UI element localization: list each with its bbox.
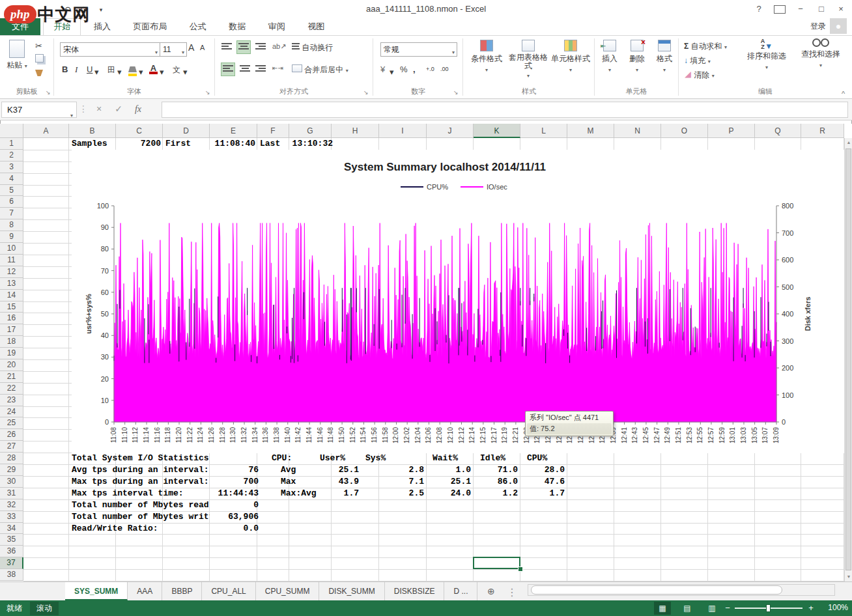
tabstrip-splitter-icon[interactable]: ⋮ bbox=[507, 586, 517, 598]
zoom-level[interactable]: 100% bbox=[819, 603, 848, 612]
row-header-6[interactable]: 6 bbox=[0, 196, 23, 208]
io-sec-series[interactable] bbox=[114, 223, 776, 422]
tab-formulas[interactable]: 公式 bbox=[180, 18, 216, 35]
tab-data[interactable]: 数据 bbox=[219, 18, 255, 35]
italic-button[interactable]: I bbox=[75, 64, 78, 75]
fill-handle[interactable] bbox=[518, 567, 523, 572]
row-header-17[interactable]: 17 bbox=[0, 324, 23, 336]
font-size-combo[interactable]: 11▾ bbox=[160, 42, 187, 57]
column-header-G[interactable]: G bbox=[289, 124, 332, 138]
row-header-37[interactable]: 37 bbox=[0, 557, 23, 569]
row-header-34[interactable]: 34 bbox=[0, 523, 23, 535]
worksheet-grid[interactable]: System Summary localhost 2014/11/11 CPU%… bbox=[0, 124, 852, 581]
format-cells-button[interactable]: 格式▾ bbox=[652, 40, 677, 74]
fill-color-icon[interactable] bbox=[128, 64, 137, 76]
decrease-decimal-icon[interactable]: .00 bbox=[440, 66, 449, 72]
zoom-slider-thumb[interactable] bbox=[766, 604, 771, 612]
column-header-D[interactable]: D bbox=[163, 124, 210, 138]
column-header-Q[interactable]: Q bbox=[755, 124, 801, 138]
align-left-icon[interactable] bbox=[221, 63, 234, 76]
add-sheet-icon[interactable]: ⊕ bbox=[487, 586, 495, 596]
row-header-22[interactable]: 22 bbox=[0, 383, 23, 395]
accounting-format-icon[interactable]: ¥ bbox=[380, 64, 385, 74]
clipboard-dialog-launcher-icon[interactable]: ↘ bbox=[46, 89, 52, 96]
percent-style-icon[interactable]: % bbox=[400, 64, 408, 74]
row-header-12[interactable]: 12 bbox=[0, 266, 23, 278]
column-header-M[interactable]: M bbox=[567, 124, 614, 138]
enter-icon[interactable]: ✓ bbox=[111, 102, 126, 117]
row-header-3[interactable]: 3 bbox=[0, 161, 23, 173]
sheet-tab-diskbsize[interactable]: DISKBSIZE bbox=[385, 582, 445, 600]
autosum-button[interactable]: Σ 自动求和 ▾ bbox=[684, 41, 727, 52]
close-button[interactable]: × bbox=[831, 3, 851, 16]
comma-style-icon[interactable]: , bbox=[413, 64, 416, 74]
cell-K28[interactable]: Idle% bbox=[480, 453, 505, 464]
delete-cells-button[interactable]: × 删除▾ bbox=[625, 40, 649, 74]
row-header-2[interactable]: 2 bbox=[0, 150, 23, 161]
zoom-out-icon[interactable]: − bbox=[723, 603, 732, 613]
cell-L31[interactable]: 1.7 bbox=[434, 488, 565, 499]
row-header-7[interactable]: 7 bbox=[0, 208, 23, 219]
formula-input[interactable] bbox=[162, 102, 848, 118]
cell-L28[interactable]: CPU% bbox=[527, 453, 547, 464]
row-header-15[interactable]: 15 bbox=[0, 301, 23, 313]
orientation-icon[interactable]: ab↗ bbox=[272, 42, 286, 51]
cell-H28[interactable]: User% bbox=[320, 453, 345, 464]
row-header-35[interactable]: 35 bbox=[0, 534, 23, 546]
fill-button[interactable]: ↓ 填充 ▾ bbox=[684, 55, 711, 66]
row-header-33[interactable]: 33 bbox=[0, 511, 23, 523]
row-header-31[interactable]: 31 bbox=[0, 488, 23, 499]
collapse-ribbon-icon[interactable]: ^ bbox=[842, 91, 848, 97]
sheet-tab-cpu-all[interactable]: CPU_ALL bbox=[202, 582, 255, 600]
cell-styles-button[interactable]: 单元格样式▾ bbox=[551, 40, 590, 74]
copy-icon[interactable] bbox=[35, 54, 44, 64]
cell-J28[interactable]: Wait% bbox=[433, 453, 458, 464]
row-header-4[interactable]: 4 bbox=[0, 173, 23, 185]
left-axis-title[interactable]: usr%+sys% bbox=[85, 294, 92, 334]
row-header-10[interactable]: 10 bbox=[0, 243, 23, 255]
name-box-dropdown-icon[interactable]: ▾ bbox=[70, 108, 73, 123]
cell-E34[interactable]: 0.0 bbox=[128, 523, 259, 535]
horizontal-scrollbar[interactable] bbox=[528, 584, 835, 596]
page-break-view-icon[interactable]: ▥ bbox=[703, 602, 720, 615]
right-axis-title[interactable]: Disk xfers bbox=[804, 297, 812, 331]
sheet-tab-sys-summ[interactable]: SYS_SUMM bbox=[65, 582, 128, 600]
cell-F28[interactable]: CPU: bbox=[272, 453, 292, 464]
column-header-F[interactable]: F bbox=[257, 124, 289, 138]
column-header-R[interactable]: R bbox=[801, 124, 844, 138]
font-color-dropdown-icon[interactable]: ▾ bbox=[160, 67, 164, 77]
scroll-down-icon[interactable]: ▼ bbox=[845, 572, 852, 581]
column-header-A[interactable]: A bbox=[23, 124, 69, 138]
row-header-28[interactable]: 28 bbox=[0, 453, 23, 464]
column-header-H[interactable]: H bbox=[332, 124, 379, 138]
sheet-tab-overflow[interactable]: D ... bbox=[444, 582, 477, 600]
cell-L30[interactable]: 47.6 bbox=[434, 476, 565, 488]
column-header-E[interactable]: E bbox=[210, 124, 257, 138]
cell-G1[interactable]: 13:10:32 bbox=[203, 138, 333, 150]
scroll-up-icon[interactable]: ▲ bbox=[845, 138, 852, 147]
row-header-18[interactable]: 18 bbox=[0, 336, 23, 348]
column-header-K[interactable]: K bbox=[474, 124, 520, 138]
insert-cells-button[interactable]: ⇤ 插入▾ bbox=[597, 40, 622, 74]
row-header-29[interactable]: 29 bbox=[0, 464, 23, 476]
row-header-38[interactable]: 38 bbox=[0, 569, 23, 581]
sheet-tab-cpu-summ[interactable]: CPU_SUMM bbox=[256, 582, 320, 600]
row-header-23[interactable]: 23 bbox=[0, 395, 23, 406]
vertical-scroll-thumb[interactable] bbox=[845, 148, 851, 570]
number-dialog-launcher-icon[interactable]: ↘ bbox=[453, 89, 460, 96]
column-header-P[interactable]: P bbox=[708, 124, 755, 138]
help-icon[interactable]: ? bbox=[749, 3, 769, 16]
phonetic-guide-icon[interactable]: 文 bbox=[173, 64, 180, 76]
system-summary-chart[interactable]: System Summary localhost 2014/11/11 CPU%… bbox=[72, 150, 844, 453]
cell-B28[interactable]: Total System I/O Statistics bbox=[72, 453, 209, 464]
page-layout-view-icon[interactable]: ▤ bbox=[679, 602, 696, 615]
normal-view-icon[interactable]: ▦ bbox=[654, 602, 671, 615]
row-header-24[interactable]: 24 bbox=[0, 406, 23, 418]
tab-page-layout[interactable]: 页面布局 bbox=[123, 18, 177, 35]
row-header-8[interactable]: 8 bbox=[0, 219, 23, 231]
cell-I28[interactable]: Sys% bbox=[365, 453, 386, 464]
row-header-13[interactable]: 13 bbox=[0, 278, 23, 290]
sheet-tab-bbbp[interactable]: BBBP bbox=[162, 582, 202, 600]
number-format-combo[interactable]: 常规▾ bbox=[380, 42, 457, 57]
font-name-combo[interactable]: 宋体▾ bbox=[60, 42, 160, 57]
